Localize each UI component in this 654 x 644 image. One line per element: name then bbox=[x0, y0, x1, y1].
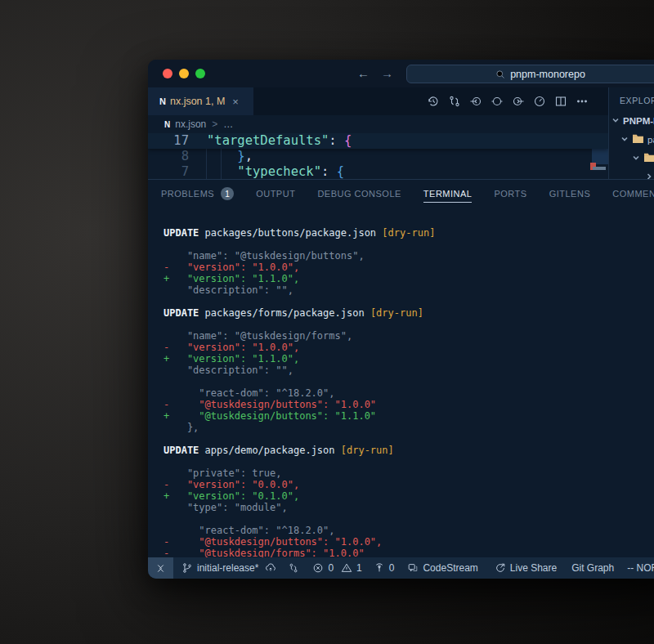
breadcrumb-file[interactable]: nx.json bbox=[175, 119, 206, 130]
vscode-window: ← → pnpm-monorepo N nx.json 1, M × bbox=[148, 60, 654, 579]
folder-open-icon bbox=[643, 152, 654, 164]
git-actions[interactable] bbox=[288, 562, 299, 574]
minimize-window-button[interactable] bbox=[179, 69, 189, 78]
breadcrumb-separator-icon: > bbox=[212, 119, 217, 130]
live-share-icon bbox=[495, 562, 506, 574]
panel-tab-debug-console[interactable]: DEBUG CONSOLE bbox=[317, 180, 401, 208]
terminal-line: UPDATE apps/demo/package.json [dry-run] bbox=[164, 445, 654, 456]
codestream-label: CodeStream bbox=[423, 562, 477, 574]
live-share-status[interactable]: Live Share bbox=[495, 562, 557, 574]
git-compare-icon bbox=[288, 562, 299, 574]
cloud-upload-icon bbox=[265, 562, 276, 574]
status-bar: initial-release* 0 1 0 CodeStream bbox=[148, 557, 654, 579]
tree-item-collapsed[interactable] bbox=[609, 168, 654, 179]
terminal-line bbox=[164, 433, 654, 445]
back-arrow-icon[interactable]: ← bbox=[357, 65, 370, 83]
terminal-line bbox=[164, 296, 654, 307]
terminal-line bbox=[164, 456, 654, 467]
chevron-down-icon bbox=[611, 116, 620, 126]
terminal-output[interactable]: UPDATE packages/buttons/package.json [dr… bbox=[164, 208, 654, 557]
traffic-lights bbox=[163, 69, 205, 78]
terminal-line bbox=[164, 239, 654, 250]
terminal-line bbox=[164, 513, 654, 525]
tab-label: nx.json 1, M bbox=[170, 96, 225, 107]
panel-tab-gitlens[interactable]: GITLENS bbox=[549, 180, 591, 208]
panel-tab-label: GITLENS bbox=[549, 189, 591, 199]
panel-tab-ports[interactable]: PORTS bbox=[494, 180, 526, 208]
terminal-line: "react-dom": "^18.2.0", bbox=[164, 387, 654, 399]
panel-tab-label: DEBUG CONSOLE bbox=[317, 189, 401, 199]
code-lines: 17"targetDefaults": {8 },7 "typecheck": … bbox=[148, 133, 608, 179]
problems-status[interactable]: 0 1 bbox=[312, 562, 361, 574]
code-line[interactable]: 17"targetDefaults": { bbox=[148, 133, 608, 149]
line-number: 7 bbox=[148, 164, 190, 179]
explorer-sidebar: EXPLORER PNPM-MONOREPO packages bbox=[608, 87, 654, 179]
line-number: 17 bbox=[148, 133, 190, 149]
history-icon[interactable] bbox=[427, 95, 440, 108]
bottom-panel: PROBLEMS1OUTPUTDEBUG CONSOLETERMINALPORT… bbox=[148, 179, 654, 557]
terminal-line: - "@tuskdesign/buttons": "1.0.0" bbox=[164, 399, 654, 410]
warning-icon bbox=[341, 562, 352, 574]
terminal-line: - "@tuskdesign/forms": "1.0.0" bbox=[164, 548, 654, 557]
terminal-line: "name": "@tuskdesign/forms", bbox=[164, 330, 654, 342]
git-branch-status[interactable]: initial-release* bbox=[181, 562, 258, 574]
previous-change-icon[interactable] bbox=[469, 95, 482, 108]
close-window-button[interactable] bbox=[163, 69, 172, 78]
terminal-line: "private": true, bbox=[164, 467, 654, 479]
terminal-line bbox=[164, 376, 654, 387]
chevron-down-icon bbox=[620, 135, 629, 145]
terminal-line: "react-dom": "^18.2.0", bbox=[164, 525, 654, 536]
ports-count: 0 bbox=[389, 562, 395, 574]
more-actions-icon[interactable] bbox=[576, 95, 589, 108]
remote-indicator[interactable] bbox=[148, 557, 173, 579]
tree-item-folder[interactable]: packages bbox=[609, 130, 654, 149]
timeline-icon[interactable] bbox=[533, 95, 546, 108]
panel-tab-comments[interactable]: COMMENTS bbox=[612, 180, 654, 208]
panel-tab-label: TERMINAL bbox=[423, 189, 473, 199]
terminal-line: - "@tuskdesign/buttons": "1.0.0", bbox=[164, 536, 654, 548]
minimap-change-bar bbox=[593, 167, 606, 170]
tab-nx-json[interactable]: N nx.json 1, M × bbox=[148, 87, 253, 115]
remote-icon bbox=[155, 563, 166, 574]
explorer-root-label: PNPM-MONOREPO bbox=[623, 116, 654, 126]
close-tab-icon[interactable]: × bbox=[232, 96, 239, 108]
terminal-line: "description": "", bbox=[164, 284, 654, 296]
explorer-root[interactable]: PNPM-MONOREPO bbox=[609, 111, 654, 130]
code-line[interactable]: 7 "typecheck": { bbox=[148, 164, 608, 179]
git-compare-icon[interactable] bbox=[448, 95, 461, 108]
code-line[interactable]: 8 }, bbox=[148, 149, 608, 164]
sync-changes[interactable] bbox=[265, 562, 276, 574]
title-bar: ← → pnpm-monorepo bbox=[148, 60, 654, 87]
codestream-status[interactable]: CodeStream bbox=[407, 562, 477, 574]
tree-item-folder[interactable] bbox=[609, 149, 654, 168]
error-count: 0 bbox=[328, 562, 334, 574]
terminal-line: }, bbox=[164, 422, 654, 433]
live-share-label: Live Share bbox=[510, 562, 557, 574]
nx-file-icon: N bbox=[164, 120, 169, 129]
git-branch-icon bbox=[181, 562, 193, 574]
terminal-line bbox=[164, 319, 654, 330]
code-area[interactable]: 17"targetDefaults": {8 },7 "typecheck": … bbox=[148, 133, 608, 179]
terminal-line: "name": "@tuskdesign/buttons", bbox=[164, 250, 654, 262]
git-graph-status[interactable]: Git Graph bbox=[571, 562, 614, 574]
terminal-line: + "version": "1.1.0", bbox=[164, 273, 654, 284]
explorer-header: EXPLORER bbox=[609, 87, 654, 105]
terminal-line: UPDATE packages/buttons/package.json [dr… bbox=[164, 227, 654, 239]
panel-tab-label: OUTPUT bbox=[256, 189, 295, 199]
codestream-icon bbox=[407, 562, 419, 574]
next-change-icon[interactable] bbox=[512, 95, 525, 108]
zoom-window-button[interactable] bbox=[195, 69, 205, 78]
chevron-down-icon bbox=[632, 154, 640, 163]
tree-item-label: packages bbox=[647, 135, 654, 145]
split-editor-icon[interactable] bbox=[554, 95, 567, 108]
breadcrumb-more[interactable]: … bbox=[223, 119, 233, 130]
changes-icon[interactable] bbox=[490, 95, 504, 108]
workbench: N nx.json 1, M × N nx.json > … 17"targe bbox=[148, 87, 654, 579]
panel-tab-output[interactable]: OUTPUT bbox=[256, 180, 295, 208]
panel-tab-problems[interactable]: PROBLEMS1 bbox=[161, 180, 234, 208]
panel-tab-strip: PROBLEMS1OUTPUTDEBUG CONSOLETERMINALPORT… bbox=[148, 180, 654, 208]
panel-tab-terminal[interactable]: TERMINAL bbox=[423, 180, 473, 208]
command-center-search[interactable]: pnpm-monorepo bbox=[406, 65, 654, 83]
ports-status[interactable]: 0 bbox=[374, 562, 395, 574]
forward-arrow-icon[interactable]: → bbox=[381, 65, 393, 83]
